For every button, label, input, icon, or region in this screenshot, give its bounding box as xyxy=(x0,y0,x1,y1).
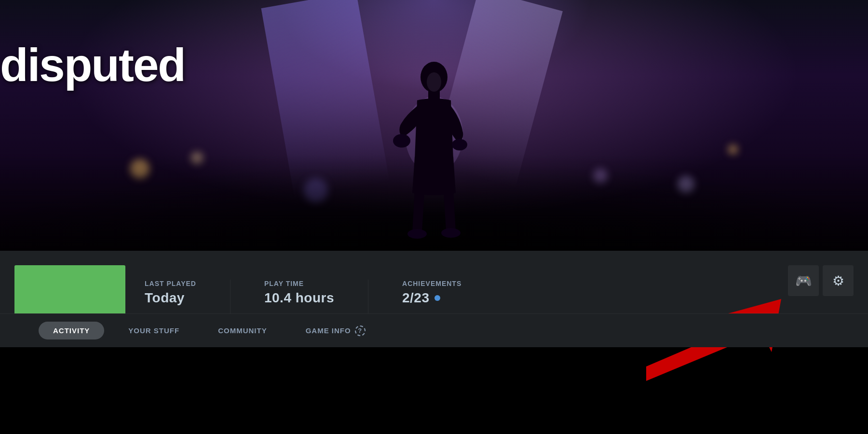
achievement-indicator-dot xyxy=(434,295,440,301)
stat-divider-2 xyxy=(368,280,368,318)
last-played-value: Today xyxy=(145,290,196,306)
settings-icon: ⚙ xyxy=(832,273,844,289)
play-time-stat: PLAY TIME 10.4 hours xyxy=(264,280,334,306)
last-played-label: LAST PLAYED xyxy=(145,280,196,287)
tab-your-stuff[interactable]: YOUR STUFF xyxy=(114,322,194,339)
tab-community[interactable]: COMMUNITY xyxy=(203,322,282,339)
tab-activity[interactable]: ACTIVITY xyxy=(39,322,104,339)
play-time-value: 10.4 hours xyxy=(264,290,334,306)
controller-icon: 🎮 xyxy=(795,273,812,289)
achievements-stat: ACHIEVEMENTS 2/23 xyxy=(402,280,461,306)
achievements-value-row: 2/23 xyxy=(402,290,461,306)
stats-section: LAST PLAYED Today PLAY TIME 10.4 hours A… xyxy=(145,280,854,318)
bokeh-light-4 xyxy=(728,145,738,154)
settings-button[interactable]: ⚙ xyxy=(823,265,854,296)
game-title: disputed xyxy=(0,39,185,92)
play-time-label: PLAY TIME xyxy=(264,280,334,287)
info-bar: LAST PLAYED Today PLAY TIME 10.4 hours A… xyxy=(0,251,868,347)
boxer-silhouette xyxy=(386,48,482,251)
game-info-question-icon: ? xyxy=(355,326,366,336)
last-played-stat: LAST PLAYED Today xyxy=(145,280,196,306)
stat-divider-1 xyxy=(230,280,231,318)
controller-button[interactable]: 🎮 xyxy=(788,265,819,296)
svg-point-6 xyxy=(441,228,461,238)
svg-point-3 xyxy=(393,134,410,148)
action-buttons-group: 🎮 ⚙ xyxy=(788,265,854,296)
achievements-label: ACHIEVEMENTS xyxy=(402,280,461,287)
svg-point-7 xyxy=(427,72,441,92)
svg-point-5 xyxy=(407,229,427,239)
achievements-value: 2/23 xyxy=(402,290,430,306)
svg-point-4 xyxy=(452,139,467,150)
tab-game-info[interactable]: GAME INFO ? xyxy=(291,321,380,341)
hero-section: disputed xyxy=(0,0,868,251)
navigation-tabs: ACTIVITY YOUR STUFF COMMUNITY GAME INFO … xyxy=(0,313,868,347)
